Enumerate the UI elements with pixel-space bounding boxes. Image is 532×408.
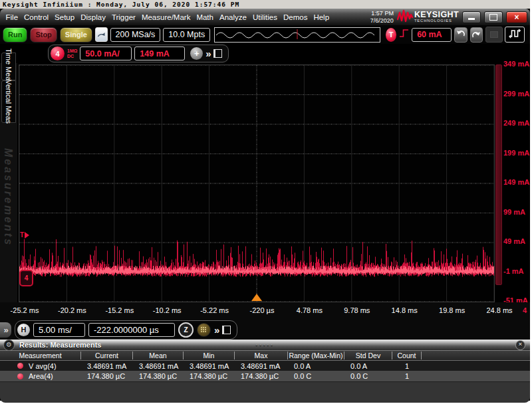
table-row[interactable]: V avg(4)3.48691 mA3.48691 mA3.48691 mA3.… (0, 361, 530, 371)
menu-bar: FileControlSetupDisplayTriggerMeasure/Ma… (0, 9, 530, 25)
dock-panel-icon[interactable] (213, 49, 222, 58)
horizontal-position-field[interactable]: -222.0000000 µs (88, 323, 175, 337)
value-cell: 174.380 µC (133, 372, 184, 380)
x-axis-label: -15.2 ms (105, 306, 134, 314)
column-header-mean[interactable]: Mean (133, 352, 184, 359)
sidebar-tab-vertical-meas[interactable]: Vertical Meas (1, 80, 16, 123)
channel-setup-row: 4 1MΩ DC 50.0 mA/ 149 mA + » (0, 44, 530, 63)
column-header-current[interactable]: Current (81, 352, 133, 359)
x-axis-label: -220 µs (250, 306, 275, 314)
value-cell: 174.380 µC (184, 372, 235, 380)
memory-depth-field[interactable]: 10.0 Mpts (163, 28, 210, 42)
undo-icon (456, 29, 466, 41)
undo-button[interactable] (454, 27, 467, 43)
waveform-tools-button[interactable] (505, 27, 525, 43)
sample-rate-field[interactable]: 200 MSa/s (110, 28, 161, 42)
value-cell: 1 (392, 362, 422, 370)
channel-ground-marker[interactable]: 4 (19, 270, 33, 286)
x-axis-label: 14.8 ms (392, 306, 418, 314)
minimize-icon (468, 18, 475, 20)
measurement-name-cell: Area(4) (0, 372, 81, 380)
maximize-button[interactable] (484, 11, 503, 23)
clock: 1:57 PM 7/6/2020 (370, 10, 394, 25)
expand-chevron-icon[interactable]: » (205, 49, 210, 58)
timebase-field[interactable]: 5.00 ms/ (33, 323, 85, 337)
waveform-plot[interactable] (19, 65, 494, 302)
measurement-name: Area(4) (29, 372, 53, 380)
infiniium-app-window: Keysight Infiniium : Monday, July 06, 20… (0, 0, 530, 401)
y-axis-label: 249 mA (503, 119, 530, 127)
column-header-measurement[interactable]: Measurement (0, 352, 81, 359)
minimize-button[interactable] (462, 11, 481, 23)
trigger-level-field[interactable]: 60 mA (412, 28, 452, 42)
run-button[interactable]: Run (3, 27, 27, 43)
table-row[interactable]: Area(4)174.380 µC174.380 µC174.380 µC174… (0, 371, 530, 381)
trigger-button[interactable]: T (386, 28, 396, 42)
horizontal-button[interactable]: H (17, 324, 30, 336)
menu-item-analyze[interactable]: Analyze (216, 13, 249, 21)
value-cell: 0.0 A (288, 362, 344, 370)
waveform-display[interactable] (19, 64, 495, 302)
vertical-scale-bar[interactable] (495, 64, 502, 285)
zoom-button[interactable]: Z (178, 322, 194, 338)
y-axis-label: 149 mA (503, 178, 530, 186)
vertical-offset-field[interactable]: 149 mA (134, 47, 185, 60)
menu-item-trigger[interactable]: Trigger (108, 13, 138, 21)
menu-item-display[interactable]: Display (78, 13, 109, 21)
menu-item-control[interactable]: Control (21, 13, 52, 21)
y-axis-label: 99 mA (503, 208, 530, 216)
horizontal-group: H 5.00 ms/ -222.0000000 µs Z » (15, 320, 237, 340)
dock-panel-icon[interactable] (222, 326, 231, 334)
channel-coupling-mode: DC (67, 54, 77, 58)
trigger-level-marker[interactable]: T (20, 231, 29, 239)
menu-item-demos[interactable]: Demos (280, 13, 310, 21)
x-axis-label: -25.2 ms (11, 306, 39, 314)
value-cell: 3.48691 mA (235, 362, 288, 370)
redo-icon (471, 31, 481, 39)
trigger-time-marker[interactable] (251, 294, 262, 301)
column-header-count[interactable]: Count (392, 352, 422, 359)
menu-item-help[interactable]: Help (311, 13, 332, 21)
scope-main: Measurements Time MeasVertical Meas T 4 … (0, 63, 530, 302)
expand-chevron-icon[interactable]: » (214, 325, 219, 335)
left-sidebar: Measurements Time MeasVertical Meas (0, 63, 17, 302)
menu-item-utilities[interactable]: Utilities (249, 13, 280, 21)
x-axis-row: 4 -25.2 ms-20.2 ms-15.2 ms-10.2 ms-5.22 … (0, 302, 530, 320)
stop-button[interactable]: Stop (30, 27, 57, 43)
add-channel-button[interactable]: + (190, 47, 203, 60)
value-cell: 0.0 C (288, 372, 344, 380)
value-cell: 3.48691 mA (133, 362, 184, 370)
secondary-tool-button[interactable] (485, 27, 503, 43)
results-panel-header[interactable]: ⚙ Results: Measurements ····· × (0, 340, 530, 350)
clock-time: 1:57 PM (370, 10, 394, 17)
preview-wave-icon (215, 28, 380, 41)
navigate-knob-button[interactable] (197, 323, 211, 337)
channel-coupling: 1MΩ DC (67, 49, 77, 58)
column-header-range-max-min[interactable]: Range (Max-Min) (288, 352, 344, 359)
single-button[interactable]: Single (60, 27, 92, 43)
channel-4-group: 4 1MΩ DC 50.0 mA/ 149 mA + » (48, 45, 229, 62)
waveform-preview[interactable] (214, 27, 380, 43)
redo-button[interactable] (470, 27, 483, 43)
menu-item-file[interactable]: File (3, 13, 21, 21)
window-title-bar[interactable]: Keysight Infiniium : Monday, July 06, 20… (0, 0, 530, 9)
gear-icon[interactable]: ⚙ (3, 340, 15, 351)
menu-item-setup[interactable]: Setup (52, 13, 78, 21)
x-axis-label: 19.8 ms (439, 306, 465, 314)
drag-grip-icon[interactable]: ····· (255, 341, 274, 349)
menu-item-measure-mark[interactable]: Measure/Mark (138, 13, 194, 21)
panel-expander-button[interactable]: » (0, 322, 11, 338)
menu-item-math[interactable]: Math (194, 13, 217, 21)
measurement-name-cell: V avg(4) (0, 362, 81, 370)
touch-button[interactable] (95, 27, 108, 42)
rising-edge-icon (399, 28, 409, 41)
channel-4-button[interactable]: 4 (51, 47, 65, 60)
value-cell: 0.0 C (344, 372, 392, 380)
column-header-std-dev[interactable]: Std Dev (344, 352, 392, 359)
results-close-button[interactable]: × (515, 340, 525, 350)
column-header-min[interactable]: Min (184, 352, 235, 359)
close-button[interactable]: × (506, 11, 527, 23)
column-header-max[interactable]: Max (235, 352, 288, 359)
sidebar-tab-time-meas[interactable]: Time Meas (1, 52, 16, 80)
vertical-scale-field[interactable]: 50.0 mA/ (80, 47, 132, 60)
